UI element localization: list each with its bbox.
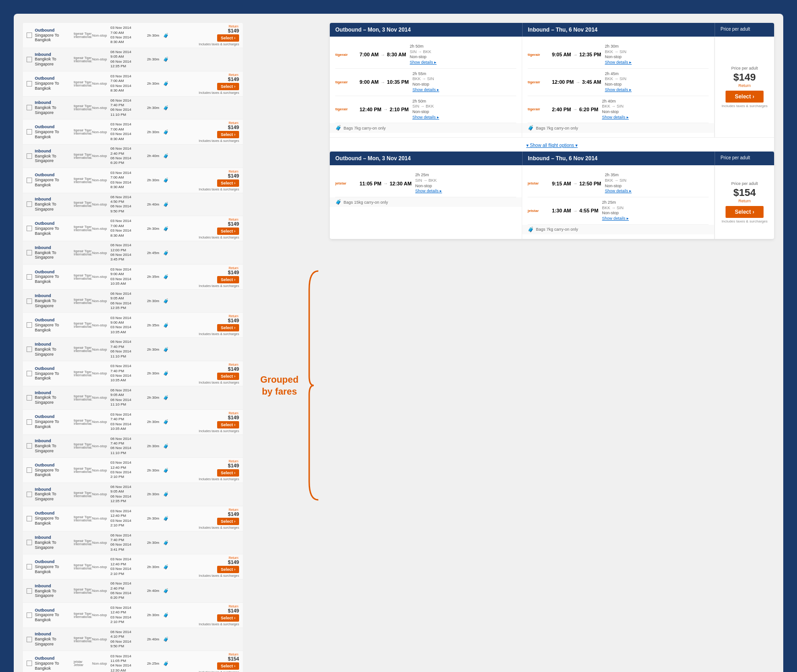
select-button[interactable]: Select <box>217 131 239 138</box>
select-button[interactable]: Select <box>217 373 239 380</box>
select-button[interactable]: Select <box>217 276 239 283</box>
return-tag: Return <box>228 170 239 173</box>
flight-row: Outbound Singapore To Bangkok tigerair T… <box>23 265 243 290</box>
row-checkbox[interactable] <box>27 226 32 231</box>
airline-logo: tigerair Tiger International. <box>74 225 92 232</box>
stop-type: Non-stop <box>92 130 110 134</box>
route-text: Bangkok To Singapore <box>35 154 74 164</box>
flight-row: Inbound Bangkok To Singapore tigerair Ti… <box>23 628 243 651</box>
row-checkbox[interactable] <box>27 57 32 62</box>
times-block: 7:00 AM → 8:30 AM <box>360 52 406 57</box>
row-checkbox[interactable] <box>27 564 32 569</box>
show-details-link[interactable]: Show details ▸ <box>605 60 632 65</box>
direction-label: Inbound <box>35 390 74 396</box>
row-checkbox[interactable] <box>27 637 32 642</box>
select-button[interactable]: Select <box>217 34 239 42</box>
select-button[interactable]: Select <box>217 179 239 187</box>
flight-dates: 03 Nov 2014 7:40 PM 03 Nov 2014 10:35 AM <box>110 412 147 432</box>
row-checkbox[interactable] <box>27 588 32 594</box>
row-checkbox[interactable] <box>27 516 32 521</box>
incl-taxes: Includes taxes & surcharges <box>721 104 768 108</box>
baggage-icon: 🧳 <box>163 226 170 231</box>
arr-time: 12:30 AM <box>390 181 412 186</box>
duration: 2h 35m <box>147 323 163 327</box>
select-button[interactable]: Select <box>217 662 239 670</box>
row-checkbox[interactable] <box>27 322 32 328</box>
duration-block: 2h 45m BKK → SIN Non-stop Show details ▸ <box>605 71 632 93</box>
row-checkbox[interactable] <box>27 250 32 255</box>
direction-label: Inbound <box>35 100 74 105</box>
row-checkbox[interactable] <box>27 540 32 545</box>
show-details-link[interactable]: Show details ▸ <box>602 216 629 222</box>
show-details-link[interactable]: Show details ▸ <box>412 115 439 120</box>
show-details-link[interactable]: Show details ▸ <box>412 87 439 93</box>
show-details-link[interactable]: Show details ▸ <box>415 189 442 194</box>
price-label: Return $149 <box>228 266 239 275</box>
select-main-button[interactable]: Select <box>726 91 764 103</box>
row-checkbox[interactable] <box>27 347 32 352</box>
route-text: Bangkok To Singapore <box>35 250 74 260</box>
direction-label: Outbound <box>35 559 74 564</box>
row-checkbox[interactable] <box>27 612 32 618</box>
select-button[interactable]: Select <box>217 469 239 477</box>
flight-option: tigerair 2:40 PM → 6:20 PM 2h 40m BKK → … <box>528 96 709 124</box>
row-checkbox[interactable] <box>27 178 32 183</box>
row-checkbox[interactable] <box>27 274 32 280</box>
flight-dates: 06 Nov 2014 7:40 PM 06 Nov 2014 11:10 PM <box>110 98 147 118</box>
select-button[interactable]: Select <box>217 614 239 622</box>
select-button[interactable]: Select <box>217 228 239 235</box>
airline-logo: tigerair Tiger International. <box>74 491 92 498</box>
select-main-button[interactable]: Select <box>726 206 764 218</box>
route-info: Inbound Bangkok To Singapore <box>35 584 74 598</box>
row-checkbox[interactable] <box>27 371 32 376</box>
show-all-button[interactable]: ▾ Show all flight options ▾ <box>526 143 578 148</box>
show-details-link[interactable]: Show details ▸ <box>602 115 629 120</box>
flight-dates: 03 Nov 2014 7:00 AM 03 Nov 2014 8:30 AM <box>110 219 147 238</box>
flight-dates: 06 Nov 2014 9:05 AM 06 Nov 2014 12:35 PM <box>110 50 147 69</box>
row-checkbox[interactable] <box>27 129 32 135</box>
direction-label: Outbound <box>35 608 74 613</box>
show-details-link[interactable]: Show details ▸ <box>605 87 632 93</box>
row-checkbox[interactable] <box>27 395 32 401</box>
direction-label: Outbound <box>35 366 74 371</box>
route-text: Bangkok To Singapore <box>35 105 74 115</box>
baggage-icon: 🧳 <box>163 468 170 473</box>
flight-row: Inbound Bangkok To Singapore tigerair Ti… <box>23 290 243 313</box>
fare-group-body: jetstar 11:05 PM → 12:30 AM 2h 25m SIN →… <box>330 165 774 239</box>
price-header: Price per adult <box>715 152 774 165</box>
flight-option: tigerair 9:00 AM → 10:35 PM 2h 55m BKK →… <box>335 69 516 96</box>
select-button[interactable]: Select <box>217 83 239 90</box>
row-checkbox[interactable] <box>27 298 32 304</box>
route-info: Inbound Bangkok To Singapore <box>35 245 74 260</box>
row-checkbox[interactable] <box>27 443 32 449</box>
baggage-icon: 🧳 <box>163 588 170 593</box>
row-checkbox[interactable] <box>27 153 32 159</box>
stop-type: Non-stop <box>92 468 110 472</box>
show-details-link[interactable]: Show details ▸ <box>410 60 437 65</box>
select-button[interactable]: Select <box>217 518 239 525</box>
row-checkbox[interactable] <box>27 419 32 425</box>
duration: 2h 30m <box>147 516 163 520</box>
row-checkbox[interactable] <box>27 201 32 207</box>
select-button[interactable]: Select <box>217 324 239 331</box>
outbound-section: tigerair 7:00 AM → 8:30 AM 2h 50m SIN → … <box>330 37 522 137</box>
row-checkbox[interactable] <box>27 492 32 497</box>
airline-logo: tigerair Tiger International. <box>74 81 92 87</box>
duration: 2h 25m <box>147 661 163 666</box>
grouped-label: Groupedby fares <box>260 374 298 397</box>
row-checkbox[interactable] <box>27 33 32 38</box>
route-text: BKK → SIN <box>605 49 632 55</box>
route-text: SIN → BKK <box>412 104 439 109</box>
show-details-link[interactable]: Show details ▸ <box>605 189 632 194</box>
bags-row: 🧳 Bags 7kg carry-on only <box>330 123 522 133</box>
airline-logo: tigerair Tiger International. <box>74 322 92 328</box>
row-checkbox[interactable] <box>27 105 32 110</box>
flight-dates: 03 Nov 2014 7:00 AM 03 Nov 2014 8:30 AM <box>110 122 147 141</box>
duration-block: 2h 55m BKK → SIN Non-stop Show details ▸ <box>412 71 439 93</box>
flight-row: Inbound Bangkok To Singapore tigerair Ti… <box>23 386 243 410</box>
row-checkbox[interactable] <box>27 467 32 473</box>
row-checkbox[interactable] <box>27 661 32 666</box>
select-button[interactable]: Select <box>217 566 239 573</box>
select-button[interactable]: Select <box>217 421 239 428</box>
row-checkbox[interactable] <box>27 81 32 87</box>
